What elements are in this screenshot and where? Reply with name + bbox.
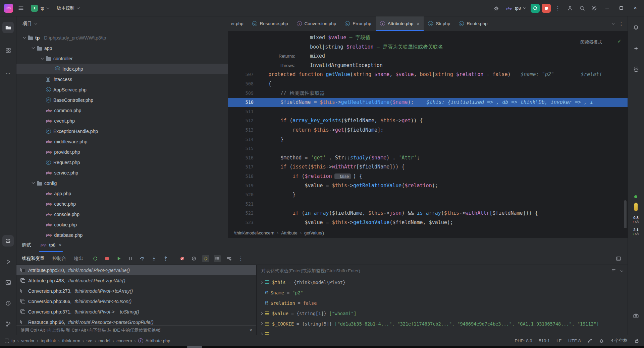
tree-item-exceptionhandle-php[interactable]: ExceptionHandle.php — [16, 126, 228, 136]
project-widget[interactable]: T tp — [28, 3, 52, 13]
tab-str-php[interactable]: Str.php — [424, 16, 454, 31]
tree-item-app-php[interactable]: app.php — [16, 188, 228, 199]
chevron-icon[interactable] — [32, 46, 35, 49]
code-line-519[interactable]: 519 $value = $this->getRelationValue($re… — [228, 181, 628, 191]
code-line-510[interactable]: 510 $fieldName = $this->getRealFieldName… — [228, 98, 628, 107]
pause-button[interactable] — [127, 255, 134, 262]
git-tool-button[interactable] — [2, 318, 14, 330]
chevron-down-icon[interactable] — [621, 269, 623, 272]
variable-row-cookie[interactable]: $_COOKIE = {string[5]} ["dd1a3b35-82b1-4… — [257, 319, 628, 329]
code-line-511[interactable]: 511 — [228, 107, 628, 117]
add-watch-button[interactable] — [225, 255, 233, 262]
tab-list-chevron-icon[interactable] — [612, 22, 614, 24]
caret-position-widget[interactable]: 510:1 — [539, 338, 550, 343]
tab-error-php[interactable]: Error.php — [340, 16, 376, 31]
stack-frame[interactable]: Conversion.php:366, think\model\Pivot->t… — [16, 296, 256, 306]
chevron-icon[interactable] — [41, 56, 44, 60]
debug-options-kebab-icon[interactable]: ⋮ — [237, 255, 245, 262]
code-line-522[interactable]: 522 if (in_array($fieldName, $this->json… — [228, 209, 628, 218]
variable-row-value[interactable]: $value = {string[1]} ["whoami"] — [257, 308, 628, 319]
more-actions-kebab-icon[interactable]: ⋮ — [553, 3, 563, 13]
tree-item-appservice-php[interactable]: AppService.php — [16, 84, 228, 95]
stack-frame[interactable]: Conversion.php:371, think\model\Pivot->_… — [16, 306, 256, 317]
chevron-icon[interactable] — [32, 181, 35, 184]
code-line-523[interactable]: 523 $value = $this->getJsonValue($fieldN… — [228, 218, 628, 227]
tree-item-index-php[interactable]: Index.php — [16, 64, 228, 74]
status-path-attribute-php[interactable]: Attribute.php — [146, 338, 170, 343]
close-icon[interactable]: × — [59, 242, 61, 248]
code-line-507[interactable]: 507protected function getValue(string $n… — [228, 70, 628, 79]
tree-item-app[interactable]: app — [16, 43, 228, 53]
editor-scrollbar[interactable] — [624, 200, 627, 228]
tree-item-request-php[interactable]: Request.php — [16, 157, 228, 167]
status-path-tp[interactable]: tp — [11, 338, 15, 343]
code-line-515[interactable]: 515 — [228, 144, 628, 153]
tree-item-middleware-php[interactable]: middleware.php — [16, 136, 228, 147]
variable-row-relation[interactable]: $relation = false — [257, 298, 628, 308]
reader-mode-button[interactable]: 阅读器模式 — [580, 39, 602, 45]
debug-tool-button[interactable] — [2, 235, 14, 247]
code-line-516[interactable]: 516 $method = 'get' . Str::studly($name)… — [228, 153, 628, 163]
tab-options-kebab-icon[interactable]: ⋮ — [619, 21, 624, 26]
hamburger-menu-icon[interactable] — [16, 3, 26, 13]
run-config-widget[interactable]: tp8 — [503, 4, 529, 12]
search-icon[interactable] — [577, 3, 587, 13]
step-into-button[interactable] — [150, 255, 158, 262]
tree-item-tp[interactable]: tpD:\phpstudy_pro\WWW\tp8\tp — [16, 32, 228, 43]
screenshot-camera-icon[interactable] — [630, 310, 642, 322]
chevron-icon[interactable] — [23, 36, 26, 39]
ai-assistant-icon[interactable] — [630, 43, 642, 54]
line-separator-widget[interactable]: LF — [556, 338, 561, 343]
close-button[interactable]: × — [629, 3, 641, 13]
debug-view-tab-item[interactable]: 控制台 — [53, 256, 66, 262]
debug-session-tab[interactable]: tp8 × — [37, 238, 65, 252]
more-tools-icon[interactable]: ⋯ — [2, 67, 14, 79]
debug-listen-bug-icon[interactable] — [599, 338, 604, 343]
layout-settings-icon[interactable] — [615, 255, 622, 262]
show-execution-point-button[interactable] — [202, 255, 209, 262]
project-tool-button[interactable] — [2, 22, 14, 33]
tree-item-htaccess[interactable]: .htaccess — [16, 74, 228, 84]
code-line-514[interactable]: 514 } — [228, 135, 628, 144]
minimize-button[interactable] — [601, 3, 613, 13]
stack-frame[interactable]: Attribute.php:493, think\model\Pivot->ge… — [16, 275, 256, 286]
status-path-model[interactable]: model — [98, 338, 110, 343]
database-icon[interactable] — [630, 63, 642, 75]
breadcrumb-item[interactable]: Attribute — [281, 230, 297, 235]
expand-icon[interactable] — [260, 312, 263, 315]
tree-item-common-php[interactable]: common.php — [16, 105, 228, 116]
tab-route-php[interactable]: Route.php — [454, 16, 492, 31]
tree-item-controller[interactable]: controller — [16, 53, 228, 64]
php-version-widget[interactable]: PHP: 8.0 — [515, 338, 532, 343]
tab-er-php[interactable]: er.php — [228, 16, 248, 31]
stop-debug-button[interactable] — [103, 255, 111, 262]
settings-gear-icon[interactable] — [589, 3, 599, 13]
mute-breakpoints-button[interactable] — [178, 255, 186, 262]
vcs-widget[interactable]: 版本控制 — [54, 4, 82, 12]
rerun-debug-button[interactable] — [92, 255, 99, 262]
code-line-517[interactable]: 517 if (isset($this->withAttr[$fieldName… — [228, 162, 628, 172]
debug-view-tab-item[interactable]: 线程和变量 — [22, 256, 45, 262]
view-breakpoints-button[interactable] — [190, 255, 198, 262]
terminal-tool-button[interactable] — [2, 277, 14, 288]
tree-item-basecontroller-php[interactable]: BaseController.php — [16, 95, 228, 105]
watch-options-icon[interactable] — [611, 268, 616, 273]
structure-tool-button[interactable] — [2, 45, 14, 56]
encoding-widget[interactable]: UTF-8 — [568, 338, 581, 343]
code-line-509[interactable]: 509 // 检测属性获取器 — [228, 89, 628, 98]
step-out-button[interactable] — [162, 255, 169, 262]
tree-item-cookie-php[interactable]: cookie.php — [16, 219, 228, 230]
tree-item-console-php[interactable]: console.php — [16, 209, 228, 219]
stack-frame[interactable]: Attribute.php:510, think\model\Pivot->ge… — [16, 265, 256, 275]
tree-item-provider-php[interactable]: provider.php — [16, 147, 228, 157]
maximize-button[interactable] — [615, 3, 627, 13]
code-line-508[interactable]: 508{ — [228, 79, 628, 89]
run-tool-button[interactable] — [2, 256, 14, 267]
code-line-513[interactable]: 513 return $this->get[$fieldName]; — [228, 126, 628, 135]
close-icon[interactable]: × — [250, 328, 252, 333]
problems-tool-button[interactable] — [2, 297, 14, 309]
tree-item-event-php[interactable]: event.php — [16, 116, 228, 126]
tree-item-database-php[interactable]: database.php — [16, 230, 228, 238]
variable-row-this[interactable]: $this = {think\model\Pivot} — [257, 277, 628, 287]
notifications-bell-icon[interactable] — [630, 22, 642, 33]
